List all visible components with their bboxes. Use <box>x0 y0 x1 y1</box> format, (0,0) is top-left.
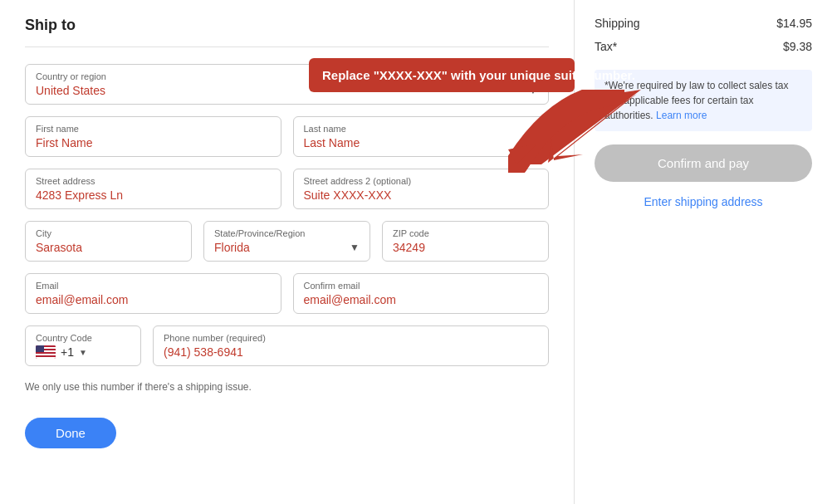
tax-value: $9.38 <box>783 40 812 53</box>
callout-bubble-wrapper: Replace "XXXX-XXX" with your unique suit… <box>309 58 575 92</box>
phone-field[interactable]: Phone number (required) <box>153 325 549 366</box>
shipping-value: $14.95 <box>776 17 812 30</box>
state-chevron-icon: ▼ <box>350 242 360 253</box>
callout-text: Replace "XXXX-XXX" with your unique suit… <box>322 68 635 82</box>
tax-label: Tax* <box>595 40 617 53</box>
us-flag-icon <box>36 345 56 359</box>
email-label: Email <box>36 281 271 291</box>
shipping-form: Country or region United States ▼ First … <box>25 64 549 448</box>
zip-input[interactable] <box>393 241 538 254</box>
zip-field[interactable]: ZIP code <box>382 221 549 262</box>
ship-to-title: Ship to <box>25 17 549 47</box>
email-input[interactable] <box>36 293 271 306</box>
street-address2-label: Street address 2 (optional) <box>304 176 539 186</box>
confirm-email-field[interactable]: Confirm email <box>293 273 550 314</box>
name-row: First name Last name <box>25 116 549 157</box>
street-row: Street address Street address 2 (optiona… <box>25 169 549 209</box>
state-field[interactable]: State/Province/Region Florida ▼ <box>203 221 370 262</box>
first-name-field[interactable]: First name <box>25 116 281 157</box>
country-code-field[interactable]: Country Code +1 ▼ <box>25 325 141 366</box>
street-address-label: Street address <box>36 176 271 186</box>
phone-label: Phone number (required) <box>164 333 538 343</box>
confirm-email-input[interactable] <box>304 293 539 306</box>
last-name-label: Last name <box>304 124 539 134</box>
phone-row: Country Code +1 ▼ Phone number (required… <box>25 325 549 366</box>
tax-learn-more-link[interactable]: Learn more <box>656 110 707 121</box>
last-name-input[interactable] <box>304 136 539 149</box>
shipping-label: Shipping <box>595 17 640 30</box>
callout-arrow-icon <box>508 90 641 167</box>
street-address-field[interactable]: Street address <box>25 169 281 209</box>
confirm-email-label: Confirm email <box>304 281 539 291</box>
city-input[interactable] <box>36 241 181 254</box>
callout-bubble: Replace "XXXX-XXX" with your unique suit… <box>309 58 575 92</box>
country-code-chevron-icon: ▼ <box>79 348 87 357</box>
enter-shipping-link[interactable]: Enter shipping address <box>595 195 812 208</box>
tax-price-row: Tax* $9.38 <box>595 40 812 53</box>
state-select[interactable]: Florida <box>214 241 350 254</box>
first-name-label: First name <box>36 124 271 134</box>
country-code-select[interactable]: +1 <box>61 345 74 359</box>
street-address-input[interactable] <box>36 188 271 202</box>
email-row: Email Confirm email <box>25 273 549 314</box>
zip-label: ZIP code <box>393 228 538 238</box>
city-label: City <box>36 228 181 238</box>
street-address2-input[interactable] <box>304 188 539 202</box>
street-address2-field[interactable]: Street address 2 (optional) <box>293 169 550 209</box>
phone-input[interactable] <box>164 345 538 359</box>
first-name-input[interactable] <box>36 136 271 149</box>
email-field[interactable]: Email <box>25 273 281 314</box>
done-button[interactable]: Done <box>25 418 116 448</box>
city-field[interactable]: City <box>25 221 192 262</box>
phone-note: We only use this number if there's a shi… <box>25 381 549 393</box>
state-label: State/Province/Region <box>214 228 360 238</box>
city-state-zip-row: City State/Province/Region Florida ▼ ZIP… <box>25 221 549 262</box>
shipping-price-row: Shipping $14.95 <box>595 17 812 30</box>
country-code-label: Country Code <box>36 333 130 343</box>
